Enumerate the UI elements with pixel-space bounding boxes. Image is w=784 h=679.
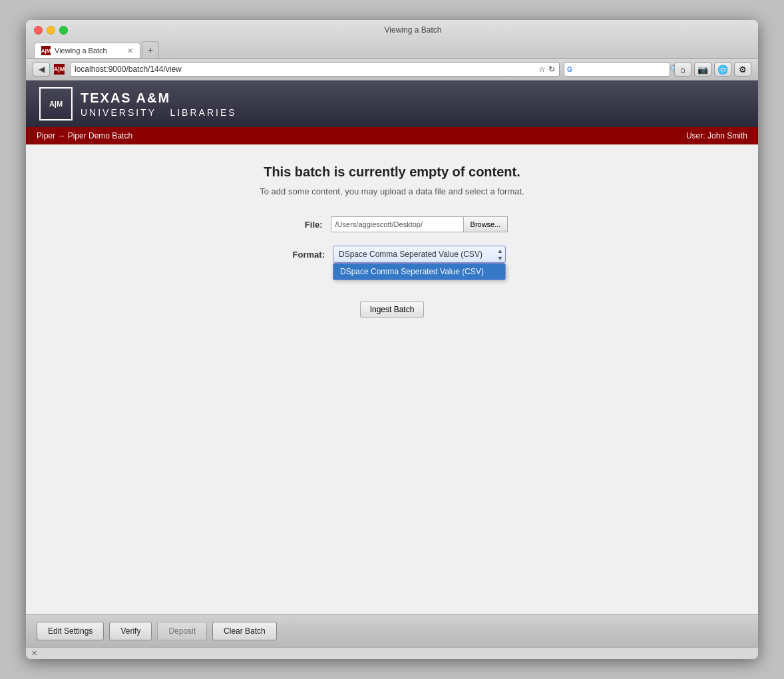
logo-area: A|M TEXAS A&M UNIVERSITY LIBRARIES [26, 81, 250, 127]
edit-settings-button[interactable]: Edit Settings [37, 622, 104, 640]
translate-button[interactable]: 🌐 [714, 62, 731, 77]
bookmark-icon[interactable]: ☆ [538, 65, 546, 74]
tab-label: Viewing a Batch [55, 47, 123, 55]
refresh-icon[interactable]: ↻ [548, 65, 555, 74]
address-bar[interactable]: localhost:9000/batch/144/view ☆ ↻ [70, 62, 560, 77]
ingest-batch-button[interactable]: Ingest Batch [360, 302, 425, 318]
format-row-inner: Format: DSpace Comma Seperated Value (CS… [278, 246, 506, 263]
breadcrumb-nav: Piper → Piper Demo Batch User: John Smit… [26, 127, 758, 144]
tab-close-button[interactable]: ✕ [127, 47, 133, 55]
format-dropdown-menu[interactable]: DSpace Comma Seperated Value (CSV) [333, 263, 506, 280]
deposit-button[interactable]: Deposit [157, 622, 207, 640]
user-info: User: John Smith [686, 131, 747, 140]
app-header: A|M TEXAS A&M UNIVERSITY LIBRARIES [26, 81, 758, 127]
file-input-area: /Users/aggiescott/Desktop/ Browse... [331, 216, 508, 232]
browser-tab-active[interactable]: A|M Viewing a Batch ✕ [34, 43, 140, 58]
breadcrumb: Piper → Piper Demo Batch [37, 131, 132, 140]
main-content: This batch is currently empty of content… [26, 144, 758, 614]
verify-button[interactable]: Verify [109, 622, 152, 640]
dropdown-item-csv[interactable]: DSpace Comma Seperated Value (CSV) [333, 264, 505, 280]
screenshot-button[interactable]: 📷 [694, 62, 711, 77]
ingest-area: Ingest Batch [360, 296, 425, 318]
back-button[interactable]: ◀ [33, 62, 50, 77]
browser-window: Viewing a Batch A|M Viewing a Batch ✕ + … [26, 20, 758, 659]
tab-favicon: A|M [41, 46, 51, 55]
univ-name-line1: TEXAS A&M [81, 89, 237, 107]
search-input[interactable] [575, 65, 667, 73]
page-heading: This batch is currently empty of content… [53, 164, 731, 180]
format-select-wrapper: DSpace Comma Seperated Value (CSV) ▲ ▼ [333, 246, 506, 263]
nav-icons: ☆ ↻ [538, 65, 555, 74]
status-close-button[interactable]: ✕ [31, 649, 37, 658]
nav-favicon: A|M [54, 64, 65, 75]
address-text: localhost:9000/batch/144/view [75, 65, 534, 74]
file-form-row: File: /Users/aggiescott/Desktop/ Browse.… [276, 216, 508, 232]
univ-name-line2: UNIVERSITY LIBRARIES [81, 107, 237, 118]
menu-button[interactable]: ⚙ [734, 62, 751, 77]
title-bar: Viewing a Batch A|M Viewing a Batch ✕ + [26, 20, 758, 59]
logo-text: A|M [49, 100, 63, 108]
footer-toolbar: Edit Settings Verify Deposit Clear Batch [26, 614, 758, 647]
back-icon: ◀ [39, 65, 45, 74]
maximize-window-button[interactable] [59, 26, 68, 35]
search-bar[interactable]: G 🔍 [564, 62, 670, 77]
status-bar: ✕ [26, 647, 758, 659]
clear-batch-button[interactable]: Clear Batch [212, 622, 277, 640]
format-select[interactable]: DSpace Comma Seperated Value (CSV) [333, 246, 506, 263]
page-subtitle: To add some content, you may upload a da… [53, 186, 731, 196]
tamu-logo: A|M [39, 87, 73, 120]
browse-button[interactable]: Browse... [464, 216, 508, 232]
file-label: File: [276, 220, 323, 230]
format-form-row: Format: DSpace Comma Seperated Value (CS… [278, 246, 506, 263]
nav-bar: ◀ A|M localhost:9000/batch/144/view ☆ ↻ … [26, 59, 758, 81]
content-area: A|M TEXAS A&M UNIVERSITY LIBRARIES Piper… [26, 81, 758, 659]
window-title: Viewing a Batch [76, 25, 750, 35]
close-window-button[interactable] [34, 26, 43, 35]
university-name: TEXAS A&M UNIVERSITY LIBRARIES [81, 89, 237, 118]
form-area: File: /Users/aggiescott/Desktop/ Browse.… [53, 216, 731, 318]
new-tab-button[interactable]: + [142, 41, 159, 58]
minimize-window-button[interactable] [47, 26, 55, 35]
window-controls [34, 26, 68, 35]
google-logo: G [567, 66, 572, 73]
format-label: Format: [278, 250, 325, 260]
browser-ext-buttons: ⌂ 📷 🌐 ⚙ [674, 62, 751, 77]
tab-bar: A|M Viewing a Batch ✕ + [34, 41, 750, 58]
home-button[interactable]: ⌂ [674, 62, 691, 77]
file-path-display: /Users/aggiescott/Desktop/ [331, 216, 464, 232]
